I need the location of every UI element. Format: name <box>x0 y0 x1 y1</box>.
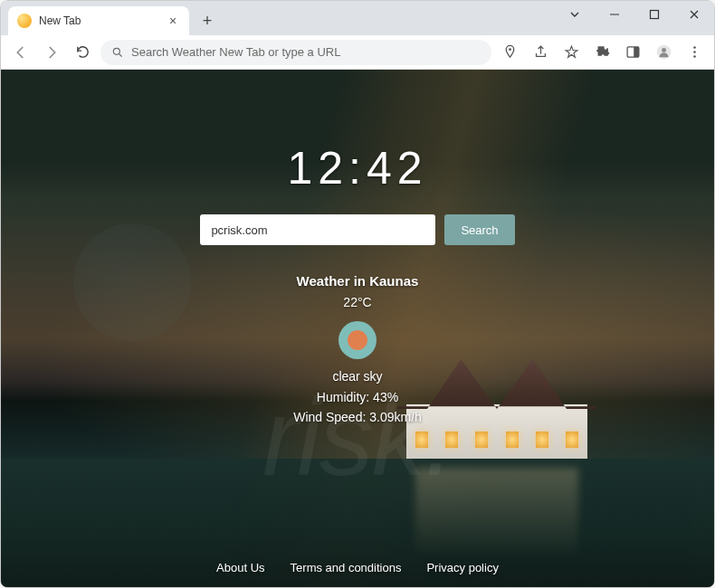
extensions-button[interactable] <box>589 40 615 65</box>
titlebar: New Tab × + <box>1 1 714 35</box>
active-tab[interactable]: New Tab × <box>8 6 189 35</box>
search-icon <box>111 46 124 59</box>
weather-temp: 22°C <box>293 292 422 312</box>
svg-point-4 <box>509 48 511 51</box>
svg-rect-1 <box>651 11 659 19</box>
weather-condition: clear sky <box>293 366 422 386</box>
center-panel: 12:42 Search Weather in Kaunas 22°C clea… <box>1 70 714 587</box>
address-placeholder: Search Weather New Tab or type a URL <box>131 45 340 59</box>
pin-icon <box>502 44 518 60</box>
maximize-icon <box>649 9 660 20</box>
kebab-icon <box>687 44 702 60</box>
bookmark-button[interactable] <box>558 40 584 65</box>
close-window-button[interactable] <box>674 1 714 28</box>
svg-line-3 <box>119 53 122 56</box>
address-bar[interactable]: Search Weather New Tab or type a URL <box>100 40 491 65</box>
sun-icon <box>17 14 32 28</box>
weather-humidity: Humidity: 43% <box>293 387 422 407</box>
star-icon <box>564 44 579 60</box>
terms-link[interactable]: Terms and conditions <box>291 561 402 574</box>
svg-point-9 <box>693 46 696 49</box>
sun-clear-icon <box>338 321 377 359</box>
minimize-button[interactable] <box>595 1 634 28</box>
svg-point-10 <box>693 51 696 53</box>
maximize-button[interactable] <box>634 1 674 28</box>
window-controls <box>555 1 714 35</box>
new-tab-button[interactable]: + <box>195 8 220 33</box>
reload-button[interactable] <box>70 40 95 65</box>
forward-arrow-icon <box>43 44 60 61</box>
menu-button[interactable] <box>682 40 707 65</box>
page-content: risk. 12:42 Search Weather in Kaunas 22°… <box>1 70 714 587</box>
user-icon <box>656 44 672 60</box>
profile-button[interactable] <box>651 40 676 65</box>
close-tab-button[interactable]: × <box>166 14 180 28</box>
forward-button[interactable] <box>39 40 64 65</box>
weather-widget: Weather in Kaunas 22°C clear sky Humidit… <box>293 270 422 428</box>
footer-links: About Us Terms and conditions Privacy po… <box>1 561 714 574</box>
share-button[interactable] <box>528 40 553 65</box>
close-icon <box>689 9 700 20</box>
location-button[interactable] <box>497 40 522 65</box>
clock: 12:42 <box>287 142 427 194</box>
weather-wind: Wind Speed: 3.09km/h <box>293 407 422 427</box>
tabs-dropdown-button[interactable] <box>555 1 595 28</box>
back-arrow-icon <box>13 44 29 61</box>
search-input[interactable] <box>200 214 435 245</box>
privacy-link[interactable]: Privacy policy <box>426 561 498 574</box>
chevron-down-icon <box>569 9 580 20</box>
search-row: Search <box>200 214 514 245</box>
svg-point-11 <box>693 55 696 58</box>
toolbar: Search Weather New Tab or type a URL <box>1 35 714 70</box>
puzzle-icon <box>595 44 610 60</box>
sidepanel-button[interactable] <box>620 40 645 65</box>
svg-point-8 <box>662 48 666 52</box>
panel-icon <box>625 44 641 60</box>
svg-point-2 <box>113 48 119 54</box>
weather-location: Weather in Kaunas <box>293 270 422 292</box>
minimize-icon <box>609 9 620 20</box>
search-button[interactable]: Search <box>444 214 514 245</box>
back-button[interactable] <box>8 40 33 65</box>
svg-rect-6 <box>634 47 639 57</box>
about-link[interactable]: About Us <box>216 561 264 574</box>
share-icon <box>533 44 548 60</box>
browser-window: New Tab × + <box>0 0 715 588</box>
tab-title: New Tab <box>39 14 158 27</box>
reload-icon <box>75 44 91 60</box>
